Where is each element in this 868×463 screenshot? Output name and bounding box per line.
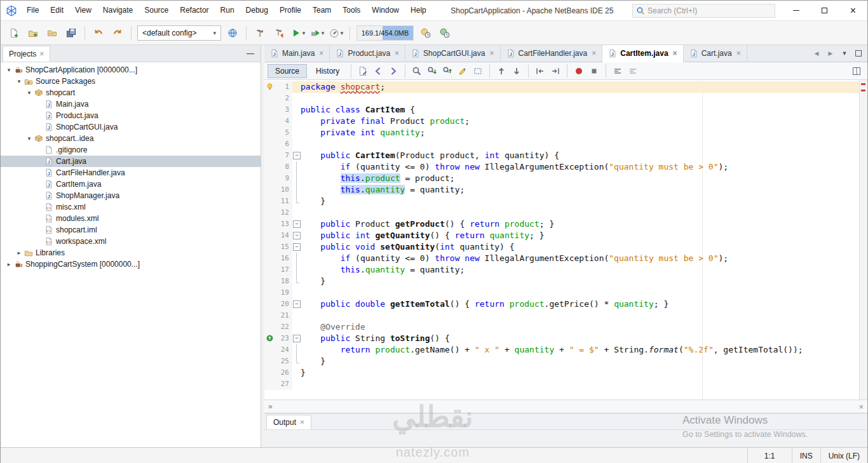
tab-close-icon[interactable]: × [395,49,399,58]
code-line-21[interactable]: 21 [264,310,859,321]
tree-item-libraries[interactable]: ▸Libraries [1,247,261,258]
tree-item-shoppingcartsystem-0000000[interactable]: ▸ShoppingCartSystem [0000000...] [1,258,261,270]
tree-item-shopcart-idea[interactable]: ▾shopcart..idea [1,133,261,144]
code-line-24[interactable]: 24 return product.getName() + " x " + qu… [264,344,859,356]
code-line-12[interactable]: 12 [264,207,859,218]
tab-close-icon[interactable]: × [489,49,494,58]
fold-start-icon[interactable] [292,218,301,230]
chevron-down-icon[interactable]: ▾ [4,67,13,73]
gc-clock-button[interactable] [417,24,435,42]
scroll-tabs-right-icon[interactable]: ▶ [824,47,837,60]
tree-item-cart-java[interactable]: JCart.java [1,156,261,167]
debug-button[interactable]: ▾ [308,24,326,42]
code-line-11[interactable]: 11 } [264,196,859,207]
next-bookmark-button[interactable] [509,64,524,79]
code-line-4[interactable]: 4 private final Product product; [264,116,859,127]
chevron-down-icon[interactable]: ▾ [25,135,34,142]
tree-item-source-packages[interactable]: ▾Source Packages [1,76,261,87]
code-line-3[interactable]: 3public class CartItem { [264,104,859,116]
new-file-button[interactable] [5,24,23,42]
tree-item-shopmanager-java[interactable]: JShopManager.java [1,190,261,201]
code-line-22[interactable]: 22 @Override [264,321,859,333]
undo-button[interactable] [90,24,107,42]
maximize-button[interactable] [810,1,839,21]
tree-item-cartitem-java[interactable]: JCartItem.java [1,178,261,190]
shift-left-button[interactable] [532,64,548,79]
tree-item-modules-xml[interactable]: <>modules.xml [1,213,261,224]
code-line-27[interactable]: 27 [264,379,859,390]
code-line-17[interactable]: 17 this.quantity = quantity; [264,264,859,276]
run-button[interactable]: ▾ [289,24,307,42]
error-mark[interactable] [861,83,865,85]
fold-start-icon[interactable] [292,333,301,344]
toggle-highlight-button[interactable] [455,64,470,79]
breadcrumb-expand-icon[interactable]: » [268,402,273,411]
memory-indicator-button[interactable]: 169.1/454.0MB [356,25,414,41]
code-line-19[interactable]: 19 [264,287,859,299]
globe-button[interactable] [224,24,241,42]
tree-item-gitignore[interactable]: .gitignore [1,144,261,156]
chevron-down-icon[interactable]: ▾ [25,90,34,96]
menu-debug[interactable]: Debug [240,1,274,20]
tab-main-java[interactable]: JMain.java× [264,45,330,62]
save-all-button[interactable] [62,24,80,42]
back-button[interactable] [370,64,386,79]
menu-refactor[interactable]: Refactor [174,1,214,20]
tree-item-product-java[interactable]: JProduct.java [1,110,261,121]
code-line-5[interactable]: 5 private int quantity; [264,127,859,138]
menu-edit[interactable]: Edit [44,1,69,20]
line-ending-indicator[interactable]: Unix (LF) [820,448,867,463]
new-project-button[interactable] [24,24,42,42]
build-button[interactable] [251,24,269,42]
tab-cartitem-java[interactable]: JCartItem.java× [602,45,683,62]
chevron-right-icon[interactable]: ▸ [4,261,13,267]
tab-cart-java[interactable]: JCart.java× [684,45,747,62]
breadcrumb-close-icon[interactable]: × [858,402,864,412]
insert-mode-indicator[interactable]: INS [792,448,820,463]
tab-output[interactable]: Output × [266,415,311,429]
output-tab-close-icon[interactable]: × [300,418,304,427]
uncomment-button[interactable] [625,64,641,79]
tab-product-java[interactable]: JProduct.java× [330,45,405,62]
tab-projects[interactable]: Projects × [3,46,50,62]
code-line-23[interactable]: 23 public String toString() { [264,333,859,344]
maximize-editor-icon[interactable] [852,47,865,60]
stop-macro-button[interactable] [587,64,602,79]
code-line-26[interactable]: 26} [264,367,859,379]
source-view-button[interactable]: Source [268,64,307,78]
error-mark[interactable] [861,90,865,91]
menu-tools[interactable]: Tools [337,1,366,20]
tree-item-shopcartgui-java[interactable]: JShopCartGUI.java [1,121,261,133]
rect-select-button[interactable] [470,64,485,79]
code-line-25[interactable]: 25 } [264,356,859,367]
menu-source[interactable]: Source [139,1,174,20]
minimize-button[interactable] [782,1,810,21]
tab-close-icon[interactable]: × [592,49,596,58]
tree-item-main-java[interactable]: JMain.java [1,98,261,110]
code-line-16[interactable]: 16 if (quantity <= 0) throw new IllegalA… [264,253,859,264]
code-line-2[interactable]: 2 [264,93,859,104]
menu-team[interactable]: Team [307,1,337,20]
forward-button[interactable] [386,64,401,79]
menu-profile[interactable]: Profile [274,1,307,20]
search-input[interactable] [648,6,762,15]
profile-button[interactable]: ▾ [327,24,345,42]
open-project-button[interactable] [43,24,61,42]
tab-shopcartgui-java[interactable]: JShopCartGUI.java× [405,45,500,62]
tab-list-dropdown-icon[interactable]: ▼ [838,47,851,60]
last-edit-button[interactable] [355,64,370,79]
find-next-button[interactable] [424,64,440,79]
quick-search[interactable] [632,4,775,18]
tree-item-workspace-xml[interactable]: <>workspace.xml [1,236,261,247]
menu-run[interactable]: Run [215,1,240,20]
fold-start-icon[interactable] [292,241,301,253]
start-macro-button[interactable] [571,64,587,79]
tree-item-cartfilehandler-java[interactable]: JCartFileHandler.java [1,167,261,178]
menu-window[interactable]: Window [366,1,405,20]
code-line-7[interactable]: 7 public CartItem(Product product, int q… [264,150,859,161]
comment-button[interactable] [610,64,625,79]
close-button[interactable]: × [839,1,867,21]
code-line-9[interactable]: 9 this.product = product; [264,173,859,184]
find-prev-button[interactable] [440,64,455,79]
code-line-6[interactable]: 6 [264,138,859,150]
